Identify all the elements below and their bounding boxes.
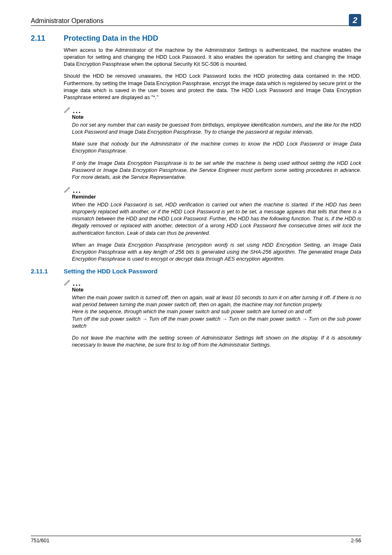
pencil-icon: ... (64, 106, 361, 113)
subsection-number: 2.11.1 (31, 268, 55, 275)
note-paragraph: When the main power switch is turned off… (72, 294, 361, 308)
footer-page-number: 2-56 (351, 538, 361, 543)
note-callout: ... Note When the main power switch is t… (72, 279, 361, 349)
reminder-paragraph: When an Image Data Encryption Passphrase… (72, 242, 361, 263)
section-number: 2.11 (31, 34, 55, 43)
chapter-number-badge: 2 (349, 14, 361, 26)
ellipsis-icon: ... (73, 188, 81, 192)
running-header: Administrator Operations 2 (31, 12, 361, 26)
section-title: Protecting Data in the HDD (64, 34, 158, 43)
reminder-label: Reminder (72, 194, 361, 200)
sequence-part: Turn off the main power switch (147, 316, 222, 322)
note-paragraph: Here is the sequence, through which the … (72, 308, 361, 315)
page-footer: 751/601 2-56 (31, 536, 361, 543)
note-paragraph: Do not set any number that can easily be… (72, 122, 361, 136)
pencil-icon: ... (64, 186, 361, 193)
sequence-part: Turn off the sub power switch (72, 316, 142, 322)
note-callout: ... Note Do not set any number that can … (72, 106, 361, 181)
note-paragraph: Make sure that nobody but the Administra… (72, 141, 361, 155)
note-sequence: Turn off the sub power switch → Turn off… (72, 316, 361, 330)
subsection-title: Setting the HDD Lock Password (64, 268, 157, 275)
ellipsis-icon: ... (73, 109, 81, 113)
arrow-icon: → (302, 316, 307, 322)
note-label: Note (72, 287, 361, 293)
pencil-icon: ... (64, 279, 361, 286)
note-paragraph: Do not leave the machine with the settin… (72, 335, 361, 349)
arrow-icon: → (222, 316, 227, 322)
note-label: Note (72, 114, 361, 120)
section-heading: 2.11 Protecting Data in the HDD (31, 34, 361, 43)
reminder-paragraph: When the HDD Lock Password is set, HDD v… (72, 201, 361, 237)
footer-doc-id: 751/601 (31, 538, 49, 543)
body-paragraph: When access to the Administrator of the … (64, 47, 361, 68)
body-paragraph: Should the HDD be removed unawares, the … (64, 73, 361, 101)
sequence-part: Turn on the main power switch (227, 316, 302, 322)
reminder-callout: ... Reminder When the HDD Lock Password … (72, 186, 361, 263)
note-paragraph: If only the Image Data Encryption Passph… (72, 160, 361, 181)
running-header-title: Administrator Operations (31, 17, 104, 25)
subsection-heading: 2.11.1 Setting the HDD Lock Password (31, 268, 361, 275)
ellipsis-icon: ... (73, 281, 81, 285)
arrow-icon: → (142, 316, 148, 322)
